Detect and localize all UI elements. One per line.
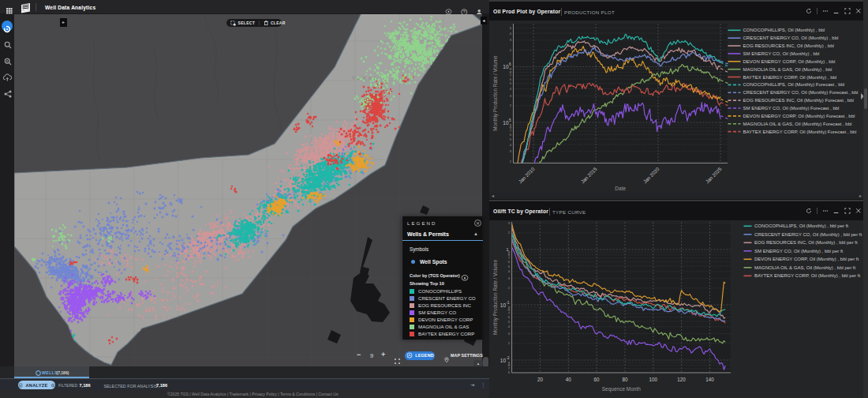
svg-text:120: 120 (677, 377, 686, 382)
svg-text:5: 5 (509, 118, 511, 122)
svg-text:CONOCOPHILLIPS, Oil (Monthly): CONOCOPHILLIPS, Oil (Monthly) Forecast ,… (743, 82, 845, 87)
svg-text:9: 9 (508, 361, 511, 365)
svg-text:9: 9 (510, 67, 512, 71)
svg-text:Jan 2010: Jan 2010 (517, 166, 536, 185)
svg-text:2: 2 (510, 48, 512, 52)
svg-text:CRESCENT ENERGY CO, Oil (Month: CRESCENT ENERGY CO, Oil (Monthly) , bbl … (754, 232, 862, 237)
svg-text:6: 6 (508, 315, 511, 319)
svg-text:DEVON ENERGY CORP, Oil (Monthl: DEVON ENERGY CORP, Oil (Monthly) , bbl p… (754, 257, 859, 261)
svg-text:4: 4 (510, 87, 512, 91)
svg-text:9: 9 (510, 123, 512, 127)
svg-text:6: 6 (508, 260, 511, 264)
svg-text:EOG RESOURCES INC, Oil (Monthl: EOG RESOURCES INC, Oil (Monthly) , bbl (743, 43, 834, 48)
svg-text:BAYTEX ENERGY CORP, Oil (Month: BAYTEX ENERGY CORP, Oil (Monthly) Foreca… (743, 130, 857, 134)
svg-text:MAGNOLIA OIL & GAS, Oil (Month: MAGNOLIA OIL & GAS, Oil (Monthly) , bbl … (754, 265, 855, 270)
svg-text:6: 6 (510, 133, 512, 137)
svg-text:Jan 2015: Jan 2015 (579, 166, 598, 185)
svg-text:4: 4 (508, 325, 511, 329)
svg-text:Jan 2020: Jan 2020 (642, 166, 660, 185)
svg-text:2: 2 (508, 286, 511, 290)
svg-text:Monthly Production Rate / Volu: Monthly Production Rate / Volume (492, 259, 499, 335)
svg-text:3: 3 (510, 94, 512, 98)
svg-text:3: 3 (510, 38, 512, 42)
svg-text:3: 3 (510, 149, 512, 153)
svg-text:4: 4 (510, 32, 512, 36)
svg-text:SM ENERGY CO, Oil (Monthly) Fo: SM ENERGY CO, Oil (Monthly) Forecast , b… (743, 106, 840, 111)
svg-text:80: 80 (622, 377, 628, 382)
svg-text:10: 10 (500, 358, 507, 363)
svg-text:5: 5 (510, 137, 512, 141)
svg-text:5: 5 (508, 320, 511, 324)
svg-text:4: 4 (510, 143, 512, 147)
svg-text:5: 5 (510, 81, 512, 85)
svg-text:5: 5 (508, 265, 511, 268)
svg-text:Sequence Month: Sequence Month (602, 386, 642, 392)
svg-text:2: 2 (510, 103, 512, 107)
svg-text:10: 10 (503, 120, 509, 126)
svg-text:10: 10 (503, 64, 509, 69)
svg-text:BAYTEX ENERGY CORP, Oil (Month: BAYTEX ENERGY CORP, Oil (Monthly) , bbl … (754, 273, 860, 278)
svg-text:6: 6 (508, 370, 511, 374)
svg-text:-2: -2 (507, 356, 511, 360)
svg-text:Date: Date (615, 186, 626, 191)
svg-text:6: 6 (510, 77, 512, 81)
svg-text:5: 5 (510, 26, 512, 30)
svg-text:2: 2 (508, 341, 511, 345)
svg-text:-1: -1 (507, 301, 511, 305)
svg-text:20: 20 (537, 377, 544, 382)
svg-text:140: 140 (705, 377, 714, 382)
svg-text:3: 3 (508, 332, 511, 336)
svg-text:6: 6 (509, 62, 511, 66)
svg-text:MAGNOLIA OIL & GAS, Oil (Month: MAGNOLIA OIL & GAS, Oil (Monthly) , bbl (743, 67, 832, 72)
svg-text:EOG RESOURCES INC, Oil (Monthl: EOG RESOURCES INC, Oil (Monthly) , bbl p… (754, 240, 858, 245)
svg-text:40: 40 (566, 377, 572, 382)
svg-text:Monthly Production Rate / Volu: Monthly Production Rate / Volume (492, 55, 499, 131)
svg-text:?: ? (463, 9, 466, 14)
svg-text:CONOCOPHILLIPS, Oil (Monthly): CONOCOPHILLIPS, Oil (Monthly) , bbl (743, 28, 825, 32)
svg-text:9: 9 (508, 250, 511, 254)
svg-text:3: 3 (508, 221, 511, 225)
svg-text:3: 3 (508, 276, 511, 280)
svg-text:60: 60 (594, 377, 600, 382)
svg-text:CONOCOPHILLIPS, Oil (Monthly): CONOCOPHILLIPS, Oil (Monthly) , bbl per … (754, 223, 848, 228)
svg-text:DEVON ENERGY CORP, Oil (Monthl: DEVON ENERGY CORP, Oil (Monthly) Forecas… (743, 114, 855, 118)
svg-text:SM ENERGY CO, Oil (Monthly) ,: SM ENERGY CO, Oil (Monthly) , bbl per ft (754, 249, 844, 253)
svg-text:4: 4 (508, 269, 511, 273)
svg-text:10: 10 (500, 302, 507, 308)
svg-text:2: 2 (508, 231, 511, 235)
svg-text:DEVON ENERGY CORP, Oil (Monthl: DEVON ENERGY CORP, Oil (Monthly) , bbl (743, 59, 836, 64)
svg-text:SM ENERGY CO, Oil (Monthly) ,: SM ENERGY CO, Oil (Monthly) , bbl (743, 51, 820, 56)
svg-text:BAYTEX ENERGY CORP, Oil (Month: BAYTEX ENERGY CORP, Oil (Monthly) , bbl (743, 75, 837, 80)
svg-text:CRESCENT ENERGY CO, Oil (Month: CRESCENT ENERGY CO, Oil (Monthly) , bbl (743, 36, 839, 40)
svg-text:CRESCENT ENERGY CO, Oil (Month: CRESCENT ENERGY CO, Oil (Monthly) Foreca… (743, 90, 859, 95)
svg-text:MAGNOLIA OIL & GAS, Oil (Month: MAGNOLIA OIL & GAS, Oil (Monthly) Foreca… (743, 122, 852, 126)
svg-text:2: 2 (510, 160, 512, 163)
svg-text:EOG RESOURCES INC, Oil (Monthl: EOG RESOURCES INC, Oil (Monthly) Forecas… (743, 98, 854, 103)
svg-text:9: 9 (508, 306, 511, 310)
svg-text:100: 100 (649, 377, 658, 382)
svg-text:Jan 2025: Jan 2025 (704, 166, 723, 185)
